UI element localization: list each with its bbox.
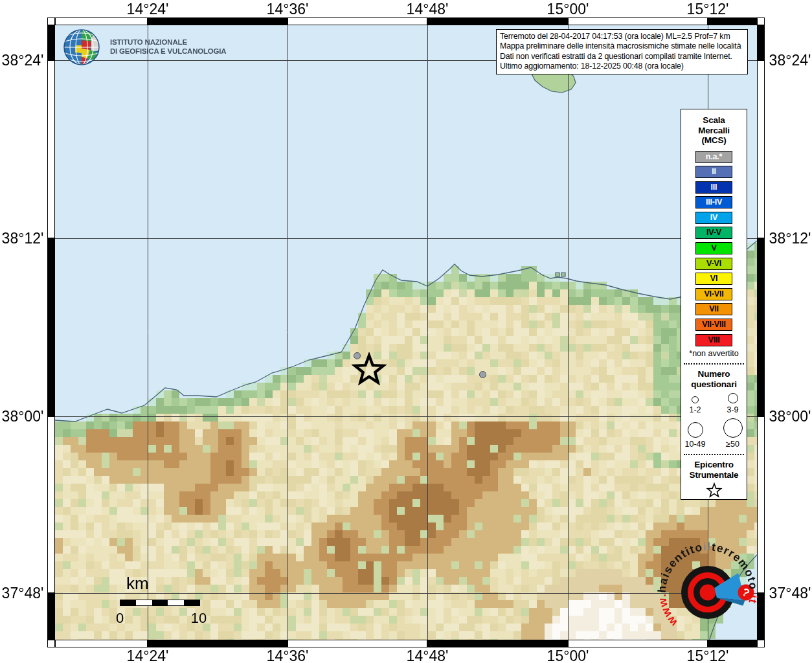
scalebar-segment	[120, 600, 136, 605]
mercalli-swatch-VI: VI	[695, 273, 732, 285]
questionnaire-size-item: ≥50	[719, 418, 747, 449]
axis-label-top-2: 14°48'	[398, 1, 457, 17]
axis-label-top-1: 14°36'	[258, 1, 317, 17]
scalebar-end: 10	[186, 610, 212, 627]
axis-label-left-2: 38°00'	[0, 408, 45, 425]
mercalli-swatch-V-VI: V-VI	[695, 258, 732, 270]
axis-label-bottom-1: 14°36'	[258, 647, 317, 663]
legend-title: Scala Mercalli (MCS)	[681, 115, 747, 146]
epicenter-title-line: Epicentro	[681, 460, 747, 470]
mercalli-swatch-VI-VII: VI-VII	[695, 288, 732, 300]
questionnaire-size-circle-icon	[723, 418, 743, 438]
questionnaire-size-label: ≥50	[719, 440, 747, 449]
questionnaire-size-label: 1-2	[682, 405, 709, 414]
haisentitoilterremoto-watermark-logo: ? www.haisentitoilterremoto.it	[649, 534, 766, 651]
questionnaire-size-item: 3-9	[719, 393, 747, 414]
axis-label-left-0: 38°24'	[0, 52, 45, 69]
axis-label-right-0: 38°24'	[767, 52, 812, 69]
questionnaire-size-circle-icon	[728, 393, 738, 403]
mercalli-swatch-VII-VIII: VII-VIII	[695, 319, 732, 331]
legend-panel: Scala Mercalli (MCS) n.a.*IIIIIIII-IVIVI…	[681, 109, 747, 500]
mercalli-swatch-IV-V: IV-V	[695, 227, 732, 239]
axis-label-bottom-0: 14°24'	[118, 647, 177, 663]
mercalli-swatch-V: V	[695, 242, 732, 254]
info-line-event: Terremoto del 28-04-2017 04:17:53 (ora l…	[500, 32, 744, 41]
locality-dot-1	[479, 371, 486, 378]
questionnaire-size-item: 1-2	[682, 396, 709, 414]
epicenter-title-line: Strumentale	[681, 470, 747, 480]
axis-label-bottom-2: 14°48'	[398, 647, 457, 663]
earthquake-info-box: Terremoto del 28-04-2017 04:17:53 (ora l…	[496, 29, 748, 74]
legend-footnote: *non avvertito	[681, 349, 747, 358]
axis-label-right-1: 38°12'	[767, 230, 812, 247]
legend-title-line: (MCS)	[681, 135, 747, 146]
scalebar-unit: km	[126, 574, 149, 594]
mercalli-swatch-III: III	[695, 181, 732, 194]
info-line-data: Dati non verificati estratti da 2 questi…	[500, 52, 744, 62]
mercalli-swatch-II: II	[695, 166, 732, 178]
scalebar-segment	[152, 600, 168, 605]
legend-divider	[684, 454, 744, 455]
scalebar-segment	[168, 600, 183, 605]
axis-label-right-3: 37°48'	[767, 585, 812, 601]
legend-title-line: Mercalli	[681, 126, 747, 136]
info-line-update: Ultimo aggiornamento: 18-12-2025 00:48 (…	[500, 62, 744, 71]
scalebar-segment	[184, 600, 199, 605]
legend-title-line: Scala	[681, 115, 747, 126]
mercalli-swatch-VIII: VIII	[695, 334, 732, 346]
questionnaire-size-row: 1-23-9	[681, 393, 747, 414]
questionnaire-size-circle-icon	[692, 396, 699, 403]
axis-label-bottom-3: 15°00'	[539, 647, 597, 663]
mercalli-swatch-IV: IV	[695, 212, 732, 224]
scalebar-segment	[136, 600, 152, 605]
epicenter-legend-star-icon	[705, 482, 724, 500]
questionnaire-size-row: 10-49≥50	[681, 418, 747, 449]
questionnaires-title-line: questionari	[681, 379, 747, 390]
ingv-logo-line2: DI GEOFISICA E VULCANOLOGIA	[110, 47, 226, 56]
scalebar-start: 0	[107, 610, 133, 627]
axis-label-left-1: 38°12'	[0, 230, 45, 247]
questionnaire-size-circle-icon	[688, 422, 703, 438]
locality-dot-0	[354, 352, 361, 359]
ingv-globe-logo-icon	[63, 28, 102, 67]
legend-divider	[684, 363, 744, 365]
mercalli-swatch-VII: VII	[695, 303, 732, 315]
mercalli-scale-swatches: n.a.*IIIIIIII-IVIVIV-VVV-VIVIVI-VIIVIIVI…	[681, 151, 747, 346]
mercalli-swatch-III-IV: III-IV	[695, 196, 732, 208]
questionnaire-size-key: 1-23-910-49≥50	[681, 393, 747, 449]
axis-label-left-3: 37°48'	[0, 585, 45, 601]
axis-label-top-4: 15°12'	[679, 1, 737, 17]
questionnaires-title-line: Numero	[681, 369, 747, 379]
questionnaire-size-item: 10-49	[682, 422, 709, 449]
info-line-map: Mappa preliminare delle intensità macros…	[500, 41, 744, 51]
scalebar	[120, 600, 200, 606]
ingv-intensity-map-page: ISTITUTO NAZIONALE DI GEOFISICA E VULCAN…	[0, 0, 812, 663]
questionnaire-size-label: 3-9	[719, 405, 747, 414]
axis-label-bottom-4: 15°12'	[679, 647, 737, 663]
axis-label-top-0: 14°24'	[118, 1, 177, 17]
axis-label-top-3: 15°00'	[539, 1, 597, 17]
ingv-logo-text: ISTITUTO NAZIONALE DI GEOFISICA E VULCAN…	[110, 38, 226, 56]
axis-label-right-2: 38°00'	[767, 408, 812, 425]
ingv-logo-line1: ISTITUTO NAZIONALE	[110, 38, 226, 47]
questionnaire-size-label: 10-49	[682, 440, 709, 449]
mercalli-swatch-n.a.*: n.a.*	[695, 151, 732, 163]
